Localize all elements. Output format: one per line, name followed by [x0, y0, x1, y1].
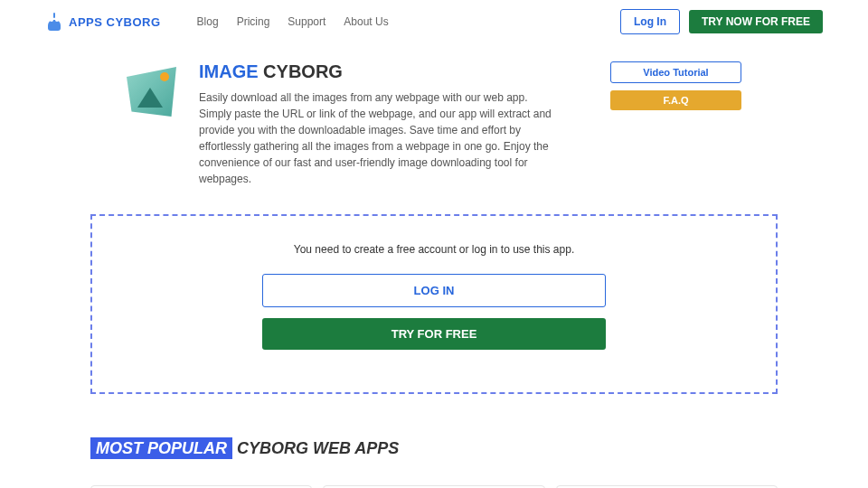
hero: IMAGE CYBORG Easily download all the ima…: [127, 61, 741, 187]
try-now-button[interactable]: TRY NOW FOR FREE: [689, 10, 823, 33]
nav: Blog Pricing Support About Us: [197, 15, 620, 28]
cta-text: You need to create a free account or log…: [92, 243, 776, 256]
header: APPS CYBORG Blog Pricing Support About U…: [45, 0, 823, 43]
title-rest: CYBORG: [259, 61, 343, 81]
faq-button[interactable]: F.A.Q: [610, 90, 741, 110]
nav-blog[interactable]: Blog: [197, 15, 219, 28]
app-icon: [127, 67, 176, 117]
brand-logo[interactable]: APPS CYBORG: [45, 13, 161, 31]
nav-about[interactable]: About Us: [344, 15, 388, 28]
brand-second: CYBORG: [107, 15, 161, 29]
brand-first: APPS: [69, 15, 102, 29]
section-title: MOST POPULAR CYBORG WEB APPS: [90, 439, 778, 458]
cta-login-button[interactable]: LOG IN: [262, 274, 606, 307]
section-title-highlight: MOST POPULAR: [90, 437, 232, 459]
login-button[interactable]: Log In: [620, 9, 680, 34]
cta-try-button[interactable]: TRY FOR FREE: [262, 318, 606, 350]
brand-icon: [45, 13, 63, 31]
hero-content: IMAGE CYBORG Easily download all the ima…: [199, 61, 588, 187]
video-tutorial-button[interactable]: Video Tutorial: [610, 61, 741, 83]
page-title: IMAGE CYBORG: [199, 61, 588, 82]
hero-description: Easily download all the images from any …: [199, 89, 556, 187]
nav-support[interactable]: Support: [288, 15, 326, 28]
section-title-rest: CYBORG WEB APPS: [232, 439, 399, 457]
cta-box: You need to create a free account or log…: [90, 214, 778, 394]
title-accent: IMAGE: [199, 61, 259, 81]
hero-side-actions: Video Tutorial F.A.Q: [610, 61, 741, 110]
nav-pricing[interactable]: Pricing: [237, 15, 270, 28]
popular-section: MOST POPULAR CYBORG WEB APPS 💬 VIDEO CYB…: [90, 439, 778, 488]
